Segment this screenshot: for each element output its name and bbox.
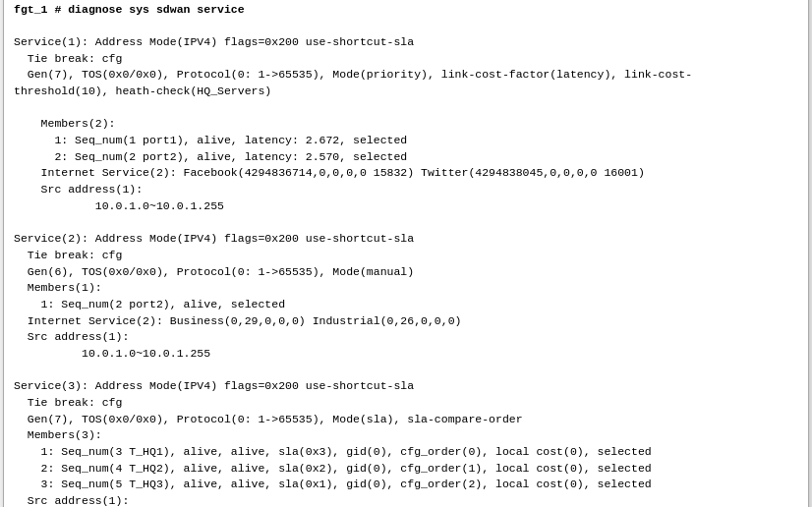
terminal-line: Src address(1): bbox=[14, 183, 143, 196]
terminal-line: Internet Service(2): Facebook(4294836714… bbox=[14, 166, 645, 179]
terminal-line: Internet Service(2): Business(0,29,0,0,0… bbox=[14, 314, 461, 327]
terminal-line: 1: Seq_num(3 T_HQ1), alive, alive, sla(0… bbox=[14, 445, 652, 458]
terminal-line: Tie break: cfg bbox=[14, 249, 122, 261]
terminal-line: Tie break: cfg bbox=[14, 396, 122, 409]
terminal-line: threshold(10), heath-check(HQ_Servers) bbox=[14, 84, 271, 97]
terminal-line: Gen(7), TOS(0x0/0x0), Protocol(0: 1->655… bbox=[14, 68, 692, 81]
terminal-window: fgt_1 # diagnose sys sdwan service fgt_1… bbox=[3, 0, 809, 507]
terminal-body[interactable]: fgt_1 # diagnose sys sdwan service Servi… bbox=[4, 0, 808, 507]
terminal-line: Gen(7), TOS(0x0/0x0), Protocol(0: 1->655… bbox=[14, 413, 523, 425]
terminal-line: 2: Seq_num(2 port2), alive, latency: 2.5… bbox=[14, 150, 407, 163]
command-line: fgt_1 # diagnose sys sdwan service bbox=[14, 3, 245, 16]
terminal-line: 3: Seq_num(5 T_HQ3), alive, alive, sla(0… bbox=[14, 478, 652, 490]
terminal-line: Members(3): bbox=[14, 428, 102, 441]
terminal-line: Members(1): bbox=[14, 281, 102, 294]
terminal-line: Src address(1): bbox=[14, 330, 129, 343]
terminal-line: Tie break: cfg bbox=[14, 52, 122, 65]
terminal-line: Src address(1): bbox=[14, 494, 129, 507]
terminal-line: 1: Seq_num(1 port1), alive, latency: 2.6… bbox=[14, 134, 407, 146]
terminal-line: 10.0.1.0~10.0.1.255 bbox=[14, 199, 224, 212]
terminal-line: 2: Seq_num(4 T_HQ2), alive, alive, sla(0… bbox=[14, 462, 652, 475]
terminal-line: Gen(6), TOS(0x0/0x0), Protocol(0: 1->655… bbox=[14, 265, 414, 278]
terminal-line: 10.0.1.0~10.0.1.255 bbox=[14, 347, 210, 360]
terminal-line: Service(1): Address Mode(IPV4) flags=0x2… bbox=[14, 35, 414, 48]
terminal-line: Service(2): Address Mode(IPV4) flags=0x2… bbox=[14, 232, 414, 245]
terminal-line: Members(2): bbox=[14, 117, 116, 130]
terminal-line: Service(3): Address Mode(IPV4) flags=0x2… bbox=[14, 379, 414, 392]
terminal-line: 1: Seq_num(2 port2), alive, selected bbox=[14, 298, 285, 310]
